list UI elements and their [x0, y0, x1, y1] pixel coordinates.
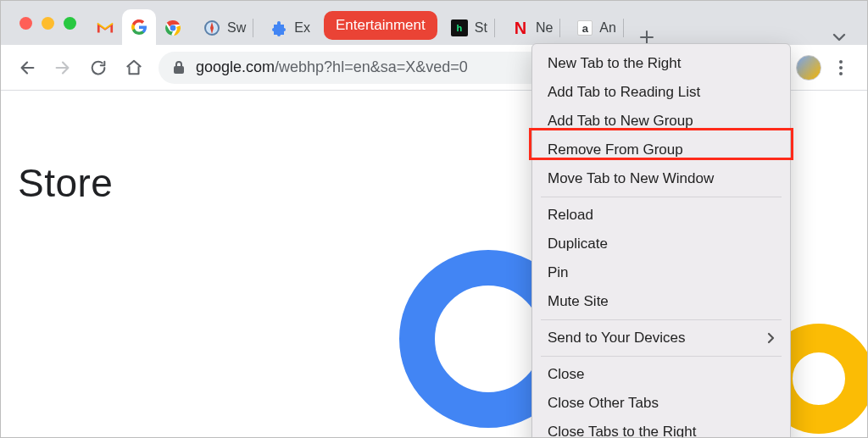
tab-label: An: [599, 20, 616, 36]
netflix-icon: N: [512, 19, 529, 36]
browser-menu-button[interactable]: [825, 52, 857, 84]
tab-label: Ex: [294, 20, 310, 36]
tab-label: St: [475, 20, 487, 36]
tab-chrome[interactable]: [156, 11, 195, 45]
globe-icon: [203, 19, 220, 36]
tab-gmail[interactable]: [88, 11, 122, 45]
tab-amazon[interactable]: a An: [569, 11, 632, 45]
chrome-icon: [164, 19, 181, 36]
tab-context-menu: New Tab to the Right Add Tab to Reading …: [531, 43, 791, 438]
google-g-icon: [131, 19, 147, 36]
menu-close[interactable]: Close: [532, 360, 790, 389]
puzzle-icon: [270, 19, 287, 36]
menu-separator: [541, 197, 782, 197]
tabs-dropdown-button[interactable]: [832, 30, 847, 45]
menu-pin[interactable]: Pin: [532, 258, 790, 287]
url-host: google.com: [196, 58, 275, 75]
menu-send-devices[interactable]: Send to Your Devices: [532, 324, 790, 352]
menu-new-tab-right[interactable]: New Tab to the Right: [532, 49, 790, 78]
zoom-window-button[interactable]: [64, 17, 76, 30]
menu-add-reading-list[interactable]: Add Tab to Reading List: [532, 78, 790, 107]
reload-button[interactable]: [82, 52, 114, 84]
menu-reload[interactable]: Reload: [532, 201, 790, 230]
url-text: google.com/webhp?hl=en&sa=X&ved=0: [196, 58, 468, 76]
menu-close-other[interactable]: Close Other Tabs: [532, 389, 790, 418]
home-button[interactable]: [118, 52, 150, 84]
menu-separator: [541, 319, 782, 320]
url-path: /webhp?hl=en&sa=X&ved=0: [275, 58, 468, 75]
tab-netflix[interactable]: N Ne: [504, 11, 569, 45]
svg-point-1: [170, 25, 176, 31]
svg-rect-4: [174, 66, 184, 74]
menu-separator: [541, 356, 782, 357]
menu-move-new-window[interactable]: Move Tab to New Window: [532, 164, 790, 193]
menu-remove-from-group[interactable]: Remove From Group: [532, 136, 790, 164]
forward-button[interactable]: [47, 52, 79, 84]
minimize-window-button[interactable]: [42, 17, 54, 30]
tab-label: Sw: [227, 20, 246, 36]
tab-safari[interactable]: Sw: [195, 11, 262, 45]
menu-add-new-group[interactable]: Add Tab to New Group: [532, 107, 790, 136]
chevron-right-icon: [767, 332, 775, 344]
close-window-button[interactable]: [19, 17, 32, 30]
hulu-icon: h: [451, 19, 468, 36]
page-heading: Store: [18, 160, 113, 206]
tab-label: Ne: [536, 20, 553, 36]
profile-avatar-button[interactable]: [796, 55, 821, 80]
tab-hulu[interactable]: h St: [442, 11, 504, 45]
menu-mute-site[interactable]: Mute Site: [532, 287, 790, 316]
tab-extensions[interactable]: Ex: [262, 11, 319, 45]
lock-icon: [172, 60, 186, 75]
menu-duplicate[interactable]: Duplicate: [532, 230, 790, 258]
window-controls: [6, 1, 88, 45]
more-vertical-icon: [839, 60, 843, 75]
tab-group-label[interactable]: Entertainment: [324, 11, 437, 40]
menu-close-right[interactable]: Close Tabs to the Right: [532, 418, 790, 438]
tab-group-text: Entertainment: [336, 17, 426, 34]
back-button[interactable]: [11, 52, 43, 84]
amazon-icon: a: [577, 20, 593, 36]
tab-google-active[interactable]: [122, 9, 156, 45]
tab-strip: Sw Ex Entertainment h St N Ne a An: [1, 1, 867, 45]
gmail-icon: [97, 19, 114, 36]
